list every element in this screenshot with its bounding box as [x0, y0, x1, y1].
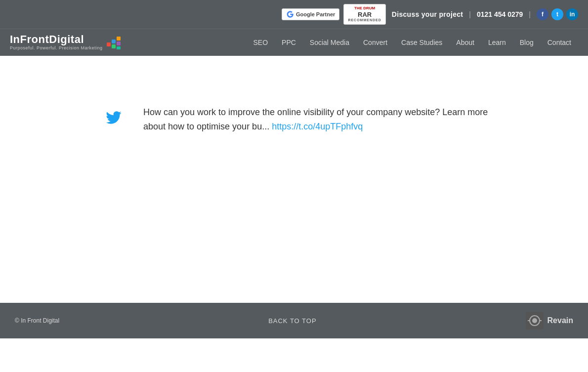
logo-tagline: Purposeful. Powerful. Precision Marketin… — [10, 45, 103, 51]
nav-links: SEO PPC Social Media Convert Case Studie… — [130, 30, 578, 55]
linkedin-icon[interactable]: in — [566, 8, 578, 20]
logo-text: InFrontDigital Purposeful. Powerful. Pre… — [10, 34, 103, 51]
logo-digital: Digital — [49, 33, 84, 45]
svg-rect-4 — [117, 41, 121, 45]
logo-area[interactable]: InFrontDigital Purposeful. Powerful. Pre… — [0, 29, 130, 56]
rar-badge: THE DRUM RAR RECOMMENDED — [343, 4, 385, 25]
separator-2: | — [529, 10, 531, 18]
header-badges: Google Partner THE DRUM RAR RECOMMENDED — [282, 4, 386, 25]
rar-line2: RAR — [348, 11, 381, 19]
nav-blog[interactable]: Blog — [513, 30, 541, 55]
main-nav: InFrontDigital Purposeful. Powerful. Pre… — [0, 29, 588, 56]
social-icons: f t in — [537, 8, 578, 20]
tweet-text: How can you work to improve the online v… — [143, 107, 488, 131]
svg-rect-5 — [117, 46, 121, 49]
footer-copyright: © In Front Digital — [15, 317, 59, 324]
nav-convert[interactable]: Convert — [356, 30, 394, 55]
rar-line1: THE DRUM — [348, 6, 381, 11]
footer: © In Front Digital BACK TO TOP Revain — [0, 303, 588, 338]
revain-icon — [526, 312, 544, 330]
logo-infront: InFront — [10, 33, 49, 45]
main-content: How can you work to improve the online v… — [0, 56, 588, 303]
separator-1: | — [469, 10, 471, 18]
google-partner-badge: Google Partner — [282, 8, 339, 20]
nav-contact[interactable]: Contact — [541, 30, 578, 55]
revain-area: Revain — [526, 312, 573, 330]
rar-line3: RECOMMENDED — [348, 18, 381, 22]
phone-number[interactable]: 0121 454 0279 — [477, 10, 523, 18]
tweet-link[interactable]: https://t.co/4upTFphfvq — [272, 122, 363, 131]
logo-name: InFrontDigital — [10, 34, 103, 45]
nav-social-media[interactable]: Social Media — [303, 30, 356, 55]
revain-label: Revain — [547, 316, 573, 325]
facebook-icon[interactable]: f — [537, 8, 548, 20]
svg-rect-1 — [112, 40, 116, 43]
svg-rect-3 — [117, 37, 121, 41]
header-top: Google Partner THE DRUM RAR RECOMMENDED … — [0, 0, 588, 29]
logo-svg — [107, 36, 121, 49]
google-icon — [286, 10, 294, 18]
nav-learn[interactable]: Learn — [481, 30, 513, 55]
logo-icon — [107, 36, 121, 49]
nav-case-studies[interactable]: Case Studies — [394, 30, 449, 55]
svg-rect-0 — [107, 42, 111, 46]
twitter-bird-icon — [99, 105, 128, 130]
back-to-top-button[interactable]: BACK TO TOP — [268, 317, 316, 325]
tweet-section: How can you work to improve the online v… — [0, 76, 588, 164]
twitter-social-icon[interactable]: t — [551, 8, 563, 20]
svg-point-8 — [532, 318, 537, 323]
svg-rect-2 — [112, 44, 116, 48]
tweet-content: How can you work to improve the online v… — [143, 105, 489, 134]
nav-ppc[interactable]: PPC — [275, 30, 303, 55]
nav-seo[interactable]: SEO — [246, 30, 275, 55]
discuss-project-label[interactable]: Discuss your project — [392, 10, 463, 18]
google-badge-label: Google Partner — [296, 11, 335, 17]
nav-about[interactable]: About — [449, 30, 481, 55]
